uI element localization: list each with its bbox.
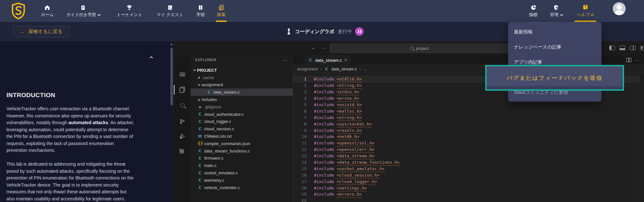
nav-item-label: 指標 [529, 12, 537, 18]
chevron-down-icon [98, 13, 101, 16]
nav-item-metrics[interactable]: 指標 [529, 0, 537, 22]
tree-item-data-stream-c[interactable]: Cdata_stream.c [191, 88, 293, 96]
nav-item-tournament[interactable]: トーナメント [117, 0, 142, 22]
breadcrumb-symbol[interactable]: … [364, 67, 368, 71]
extensions-icon[interactable] [174, 145, 191, 158]
tree-item-cloud-authenticator-c[interactable]: Ccloud_authenticator.c [191, 111, 293, 118]
nav-forward-icon[interactable]: → [321, 44, 331, 50]
nav-item-help[interactable]: ?ヘルプ [577, 0, 594, 22]
search-sidebar-icon[interactable] [174, 99, 191, 112]
run-debug-icon[interactable] [174, 130, 191, 143]
help-menu-item-1[interactable]: ナレッジベースの記事 [508, 40, 601, 55]
toggle-sidebar-icon[interactable] [609, 46, 615, 50]
code-line-10[interactable]: 10#include <netdb.h> [293, 133, 644, 140]
tree-item--cache[interactable]: .cache [191, 74, 293, 81]
source-control-icon[interactable] [174, 115, 191, 128]
nav-item-learning[interactable]: 学習 [196, 0, 205, 22]
code-line-source: #include <stdio.h> [307, 89, 359, 94]
back-to-explore-button[interactable]: ← 探検するに戻る [13, 26, 70, 37]
explorer-header: EXPLORER [195, 58, 216, 62]
nav-item-guided-learning[interactable]: ガイド付き学習 [66, 0, 100, 22]
code-line-18[interactable]: 18#include <settings.h> [293, 185, 644, 191]
customize-layout-icon[interactable] [640, 46, 644, 50]
editor-more-actions[interactable]: … [635, 57, 639, 62]
pie-chart-icon [530, 4, 536, 11]
split-editor-icon[interactable] [626, 58, 631, 62]
introduction-paragraph-1: VehicleTracker offers user interaction v… [6, 106, 160, 154]
send-feedback-menu-item[interactable]: バグまたはフィードバックを送信 [507, 74, 602, 82]
code-line-11[interactable]: 11#include <openssl/ssl.h> [293, 140, 644, 146]
instructions-scrollbar[interactable]: ▲ [169, 41, 174, 202]
nav-item-label: 管理 [550, 12, 558, 18]
code-line-20[interactable]: 20 [293, 197, 644, 202]
code-line-source: #include <netdb.h> [307, 134, 359, 139]
nav-item-manage[interactable]: 管理 [550, 0, 562, 22]
tree-item-cloud-logger-c[interactable]: Ccloud_logger.c [191, 118, 293, 125]
tree-item-main-c[interactable]: Cmain.c [191, 162, 293, 169]
tab-data-stream[interactable]: C data_stream.c × [304, 55, 351, 65]
code-line-source: #include <stdlib.h> [307, 77, 362, 81]
breadcrumb-file[interactable]: data_stream.c [331, 67, 357, 71]
tree-item-includes[interactable]: includes [191, 96, 293, 103]
code-line-19[interactable]: 19#include <errors.h> [293, 191, 644, 197]
menu-hamburger-icon[interactable] [174, 68, 191, 81]
tree-item-compile-commands-json[interactable]: {}compile_commands.json [191, 140, 293, 147]
line-number: 19 [293, 192, 307, 197]
code-line-17[interactable]: 17#include <cloud_logger.h> [293, 178, 644, 185]
editor-scrollbar-strip[interactable] [639, 73, 644, 202]
code-line-15[interactable]: 15#include <socket_emulator.h> [293, 165, 644, 172]
code-line-source: #include <cloud_logger.h> [307, 179, 377, 184]
lab-progress-status: 進行中 [337, 29, 352, 35]
line-number: 10 [293, 134, 307, 139]
code-line-source: #include <sys/socket.h> [307, 122, 372, 126]
tree-item--gitignore[interactable]: ◆.gitignore [191, 103, 293, 111]
command-center-search[interactable]: project [330, 44, 509, 53]
explorer-icon[interactable] [174, 83, 191, 96]
help-menu-item-0[interactable]: 最新情報 [508, 24, 601, 40]
json-file-icon: {} [198, 141, 202, 146]
article-list-icon [218, 4, 224, 11]
code-line-source: #include <errors.h> [307, 192, 362, 197]
code-line-9[interactable]: 9#include <resolv.h> [293, 127, 644, 133]
c-file-icon: C [198, 171, 202, 175]
nav-back-icon[interactable]: ← [311, 44, 321, 50]
collapse-section-button[interactable] [151, 54, 153, 60]
user-avatar[interactable] [613, 2, 626, 15]
code-line-16[interactable]: 16#include <cloud_session.h> [293, 172, 644, 178]
highlight-annotation-box[interactable]: バグまたはフィードバックを送信 [485, 65, 624, 91]
c-file-icon: C [198, 185, 202, 190]
nav-item-my-quest[interactable]: マイ クエスト [156, 0, 183, 22]
pause-button[interactable] [355, 27, 364, 36]
toggle-panel-icon[interactable] [620, 46, 625, 50]
line-number: 11 [293, 141, 307, 145]
tree-item-cmakelists-txt[interactable]: MCMakeLists.txt [191, 133, 293, 140]
tree-item-telemetry-c[interactable]: Ctelemetry.c [191, 177, 293, 184]
scroll-up-arrow-icon[interactable]: ▲ [170, 42, 173, 46]
explorer-more-actions[interactable]: … [283, 57, 288, 62]
scrollbar-thumb[interactable] [170, 48, 173, 106]
shield-logo[interactable] [11, 2, 26, 20]
clipboard-icon [80, 4, 86, 11]
nav-item-explore[interactable]: 探索 [217, 0, 225, 22]
code-line-5[interactable]: 5#include <unistd.h> [293, 102, 644, 108]
nav-item-home[interactable]: ホーム [41, 0, 54, 22]
code-line-13[interactable]: 13#include <data_stream.h> [293, 153, 644, 159]
code-line-12[interactable]: 12#include <openssl/err.h> [293, 146, 644, 153]
layout-controls [609, 46, 644, 50]
code-line-14[interactable]: 14#include <data_stream_functions.h> [293, 159, 644, 166]
tree-item-project[interactable]: PROJECT [191, 67, 293, 74]
code-line-7[interactable]: 7#include <string.h> [293, 114, 644, 121]
close-tab-icon[interactable]: × [344, 58, 347, 63]
tree-item-assignment[interactable]: assignment [191, 81, 293, 89]
tree-item-cloud-session-c[interactable]: Ccloud_session.c [191, 125, 293, 133]
tree-item-socket-emulator-c[interactable]: Csocket_emulator.c [191, 169, 293, 177]
tree-item-label: includes [202, 97, 217, 102]
tree-item-vehicle-controller-c[interactable]: Cvehicle_controller.c [191, 184, 293, 191]
toggle-secondary-sidebar-icon[interactable] [630, 46, 636, 50]
code-line-8[interactable]: 8#include <sys/socket.h> [293, 121, 644, 127]
tree-item-data-stream-functions-c[interactable]: Cdata_stream_functions.c [191, 147, 293, 155]
code-line-6[interactable]: 6#include <malloc.h> [293, 108, 644, 114]
breadcrumb-folder[interactable]: assignment [297, 67, 318, 71]
tree-item-firmware-c[interactable]: Cfirmware.c [191, 155, 293, 162]
chevron-up-icon [150, 56, 153, 60]
